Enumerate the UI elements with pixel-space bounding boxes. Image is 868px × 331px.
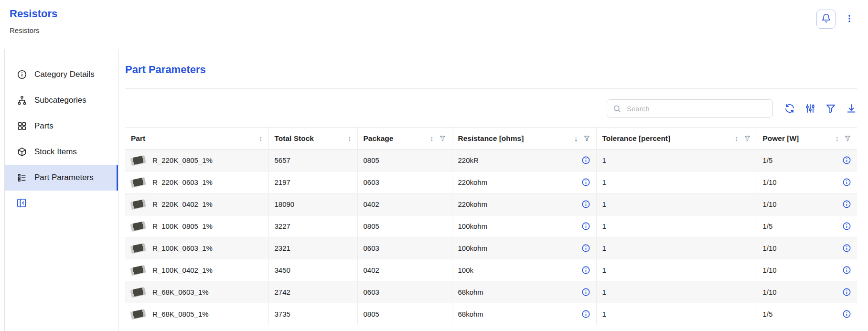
resistance-info-button[interactable] [581, 222, 590, 231]
sort-icon[interactable]: ↕ [430, 134, 434, 142]
info-icon [842, 156, 851, 165]
table-body: R_220K_0805_1% 5657 0805 220kR 1 1/5 R_2… [125, 149, 857, 325]
hierarchy-icon [17, 95, 27, 106]
total-stock-value: 3450 [268, 259, 357, 281]
column-header-tolerance-percent[interactable]: Tolerance [percent] ↕ [596, 128, 757, 149]
table-row[interactable]: R_100K_0805_1% 3227 0805 100kohm 1 1/5 [125, 215, 857, 237]
search-box[interactable] [607, 99, 773, 117]
column-header-power-w[interactable]: Power [W] ↕ [757, 128, 857, 149]
package-value: 0402 [357, 259, 452, 281]
column-filter-icon[interactable] [583, 135, 590, 142]
tolerance-value: 1 [596, 303, 757, 325]
power-info-button[interactable] [842, 266, 851, 275]
info-icon [842, 266, 851, 275]
info-icon [842, 244, 851, 253]
part-thumbnail [130, 243, 146, 253]
section-title: Part Parameters [125, 64, 857, 76]
page-title: Resistors [10, 8, 57, 20]
sort-icon[interactable]: ↕ [348, 134, 352, 142]
column-label: Power [W] [763, 134, 799, 143]
column-filter-icon[interactable] [439, 135, 446, 142]
filter-button[interactable] [825, 103, 836, 114]
resistance-info-button[interactable] [581, 200, 590, 209]
power-value: 1/10 [763, 266, 777, 274]
table-row[interactable]: R_220K_0805_1% 5657 0805 220kR 1 1/5 [125, 149, 857, 171]
sidebar-item-label: Stock Items [34, 147, 77, 157]
package-value: 0603 [357, 171, 452, 193]
sort-icon[interactable]: ↕ [259, 134, 263, 142]
sort-icon[interactable]: ↕ [836, 134, 839, 142]
power-info-button[interactable] [842, 310, 851, 319]
notifications-button[interactable] [816, 10, 836, 29]
part-thumbnail [130, 309, 146, 319]
column-filter-icon[interactable] [844, 135, 851, 142]
sidebar-item-category-details[interactable]: Category Details [5, 62, 118, 87]
export-button[interactable] [846, 103, 857, 114]
sidebar-item-label: Parts [34, 121, 54, 131]
resistance-value: 220kohm [458, 178, 488, 186]
search-icon [612, 104, 622, 113]
power-info-button[interactable] [842, 222, 851, 231]
list-details-icon [17, 172, 27, 183]
part-thumbnail [130, 199, 146, 209]
resistance-value: 100kohm [458, 222, 488, 230]
info-icon [581, 222, 590, 231]
sidebar-item-parts[interactable]: Parts [5, 113, 118, 139]
kebab-menu-button[interactable] [843, 10, 856, 29]
sidebar-items: Category Details Subcategories Parts Sto… [5, 62, 118, 191]
column-label: Resistance [ohms] [458, 134, 524, 143]
power-info-button[interactable] [842, 244, 851, 253]
total-stock-value: 2197 [268, 171, 357, 193]
main-panel: Part Parameters Part ↕ Total Stock [118, 49, 868, 331]
sidebar-item-subcategories[interactable]: Subcategories [5, 87, 118, 113]
collapse-sidebar-icon [16, 197, 27, 210]
info-icon [842, 288, 851, 297]
grid-icon [17, 121, 27, 131]
table-row[interactable]: R_100K_0603_1% 2321 0603 100kohm 1 1/10 [125, 237, 857, 259]
column-filter-icon[interactable] [744, 135, 751, 142]
column-settings-button[interactable] [804, 103, 816, 114]
refresh-button[interactable] [784, 103, 795, 114]
power-info-button[interactable] [842, 288, 851, 297]
part-name: R_220K_0805_1% [152, 156, 213, 164]
package-value: 0805 [357, 303, 452, 325]
column-header-package[interactable]: Package ↕ [357, 128, 452, 149]
resistance-value: 220kR [458, 156, 479, 164]
part-name: R_100K_0603_1% [152, 244, 213, 252]
info-icon [842, 200, 851, 209]
power-value: 1/10 [763, 178, 777, 186]
table-row[interactable]: R_100K_0402_1% 3450 0402 100k 1 1/10 [125, 259, 857, 281]
table-row[interactable]: R_68K_0603_1% 2742 0603 68kohm 1 1/10 [125, 281, 857, 303]
notifications-icon [821, 13, 831, 25]
resistance-info-button[interactable] [581, 266, 590, 275]
power-info-button[interactable] [842, 200, 851, 209]
sidebar-item-part-parameters[interactable]: Part Parameters [5, 165, 118, 191]
resistance-info-button[interactable] [581, 156, 590, 165]
search-input[interactable] [626, 104, 767, 113]
sort-desc-icon[interactable]: ↓ [574, 134, 578, 142]
table-row[interactable]: R_68K_0805_1% 3735 0805 68kohm 1 1/5 [125, 303, 857, 325]
resistance-value: 220kohm [458, 200, 488, 208]
resistance-info-button[interactable] [581, 244, 590, 253]
table-row[interactable]: R_220K_0603_1% 2197 0603 220kohm 1 1/10 [125, 171, 857, 193]
sort-icon[interactable]: ↕ [735, 134, 739, 142]
info-icon [581, 156, 590, 165]
sidebar-item-stock-items[interactable]: Stock Items [5, 139, 118, 165]
resistance-info-button[interactable] [581, 310, 590, 319]
column-header-total-stock[interactable]: Total Stock ↕ [268, 128, 357, 149]
header-titles: Resistors Resistors [10, 8, 57, 34]
collapse-sidebar-button[interactable] [16, 197, 28, 210]
stock-box-icon [17, 147, 27, 157]
breadcrumb[interactable]: Resistors [10, 26, 57, 34]
column-header-part[interactable]: Part ↕ [125, 128, 268, 149]
resistance-info-button[interactable] [581, 178, 590, 187]
column-header-resistance-ohms[interactable]: Resistance [ohms] ↓ [452, 128, 596, 149]
power-info-button[interactable] [842, 178, 851, 187]
info-icon [842, 178, 851, 187]
resistance-info-button[interactable] [581, 288, 590, 297]
power-info-button[interactable] [842, 156, 851, 165]
part-parameters-table: Part ↕ Total Stock ↕ Package ↕ Resistanc… [125, 127, 857, 325]
table-row[interactable]: R_220K_0402_1% 18090 0402 220kohm 1 1/10 [125, 193, 857, 215]
total-stock-value: 3227 [268, 215, 357, 237]
info-icon [581, 266, 590, 275]
